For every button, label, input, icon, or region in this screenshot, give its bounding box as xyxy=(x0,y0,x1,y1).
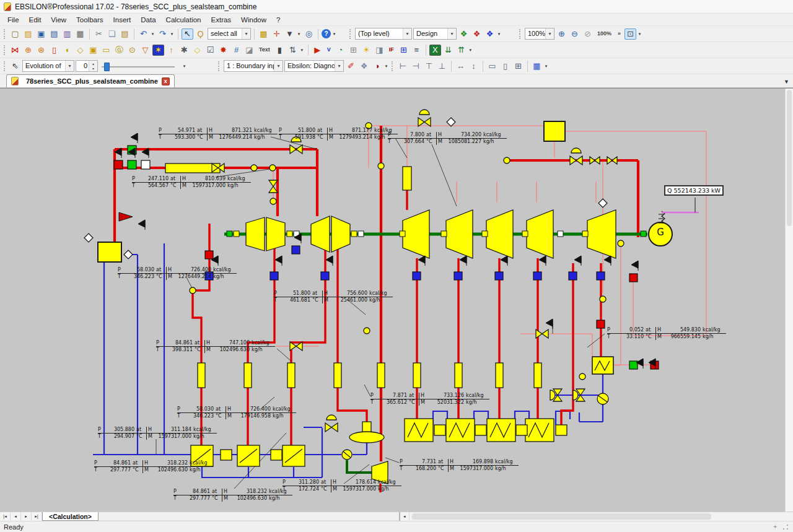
same-width-button[interactable]: ▭ xyxy=(486,61,498,72)
new-macro-button[interactable]: ▩ xyxy=(258,28,269,40)
menu-help[interactable]: ? xyxy=(271,15,285,25)
component-riser-button[interactable]: ↑ xyxy=(165,45,177,56)
align-bottom-button[interactable]: ⊥ xyxy=(436,61,448,72)
open-file-button[interactable]: ▨ xyxy=(22,28,34,40)
profile-save-button[interactable]: ❖ xyxy=(358,61,370,72)
toolbar-overflow-dropdown[interactable]: ▾ xyxy=(331,28,337,40)
model-canvas[interactable]: P54.971at H871.321kcal/kg T593.300°C M12… xyxy=(0,89,785,512)
menu-extras[interactable]: Extras xyxy=(206,15,237,25)
scroll-left-button[interactable]: ◂ xyxy=(400,512,410,521)
zoom-in-button[interactable]: ⊕ xyxy=(556,28,567,40)
copy-button[interactable]: ❏ xyxy=(106,28,118,40)
new-file-button[interactable]: ▢ xyxy=(9,28,21,40)
time-series-button[interactable]: ◔ xyxy=(335,45,346,56)
component-motor-button[interactable]: ⊙ xyxy=(126,45,138,56)
menu-toolbars[interactable]: Toolbars xyxy=(71,15,108,25)
menu-edit[interactable]: Edit xyxy=(24,15,46,25)
variant-button[interactable]: ⊞ xyxy=(348,45,359,56)
evolution-combo[interactable]: Evolution of xyxy=(22,60,74,72)
profile-prof-button[interactable]: ❖ xyxy=(458,28,470,40)
filter-dropdown[interactable]: ▾ xyxy=(296,28,302,40)
component-injector-button[interactable]: ▽ xyxy=(139,45,151,56)
zoom-region-button[interactable]: ⊘ xyxy=(582,28,594,40)
profile-compare-button[interactable]: ◑ xyxy=(371,61,383,72)
paste-button[interactable]: ▤ xyxy=(119,28,131,40)
idea-button[interactable]: ☀ xyxy=(361,45,372,56)
profiles-dropdown[interactable]: ▾ xyxy=(496,28,502,40)
run-simulation-button[interactable]: ▶ xyxy=(312,45,323,56)
component-measurement-button[interactable]: ☑ xyxy=(204,45,216,56)
menu-view[interactable]: View xyxy=(46,15,71,25)
vertical-scrollbar[interactable] xyxy=(785,89,793,512)
validation-button[interactable]: V xyxy=(325,45,333,56)
horizontal-scroll-thumb[interactable] xyxy=(412,513,711,520)
profile-mod-button[interactable]: ❖ xyxy=(471,28,483,40)
calc-profile-combo[interactable]: Ebsilon: Diagnos xyxy=(284,60,344,72)
document-tab[interactable]: 78series_SCC_plus_sealsteam_combine x xyxy=(6,74,175,87)
align-right-button[interactable]: ⊣ xyxy=(410,61,422,72)
save-button[interactable]: ▣ xyxy=(35,28,47,40)
horizontal-scroll-track[interactable] xyxy=(410,512,793,521)
menu-calculation[interactable]: Calculation xyxy=(161,15,206,25)
component-solar-button[interactable]: ✶ xyxy=(152,45,164,56)
start-value-arrow[interactable] xyxy=(119,212,133,221)
boundary-combo[interactable]: 1 : Boundary inp xyxy=(224,60,283,72)
insert-component-button[interactable]: ✛ xyxy=(271,28,283,40)
component-tank-button[interactable]: ▯ xyxy=(48,45,60,56)
distribute-h-button[interactable]: ↔ xyxy=(455,61,467,72)
component-gear-button[interactable]: ✱ xyxy=(178,45,190,56)
top-level-combo[interactable]: (Top level) xyxy=(355,28,412,40)
find-button[interactable]: ◎ xyxy=(303,28,315,40)
calculation-sheet-tab[interactable]: <Calculation> xyxy=(42,512,99,521)
same-size-button[interactable]: ⊞ xyxy=(512,61,524,72)
if-editor-button[interactable]: IF xyxy=(387,45,396,56)
vertical-scroll-thumb[interactable] xyxy=(787,90,792,226)
slider-dropdown[interactable]: ▾ xyxy=(182,61,187,72)
last-page-button[interactable]: ▸| xyxy=(32,512,42,521)
component-valve-button[interactable]: ⋈ xyxy=(9,45,21,56)
evolution-slider[interactable] xyxy=(99,61,181,72)
snapshot-button[interactable]: ◨ xyxy=(374,45,385,56)
grid-button[interactable]: ▦ xyxy=(531,61,543,72)
zoom-dropdown[interactable]: ▾ xyxy=(637,28,642,40)
redo-button[interactable]: ↷ xyxy=(157,28,169,40)
object-tree-button[interactable]: ≡ xyxy=(411,45,423,56)
undo-dropdown[interactable]: ▾ xyxy=(150,28,156,40)
component-pump-button[interactable]: ⊕ xyxy=(22,45,34,56)
save-as-button[interactable]: ▤ xyxy=(48,28,60,40)
prev-page-button[interactable]: ◂ xyxy=(11,512,21,521)
excel-import-button[interactable]: ⇊ xyxy=(442,45,454,56)
component-heater-button[interactable]: ▣ xyxy=(87,45,99,56)
component-burst-button[interactable]: ✸ xyxy=(217,45,229,56)
traffic-light-button[interactable]: ▮ xyxy=(274,45,286,56)
component-pump2-button[interactable]: ⊛ xyxy=(35,45,47,56)
evolution-value-spinner[interactable]: 0 xyxy=(76,60,98,72)
pointer-tool-button[interactable]: ↖ xyxy=(182,28,193,40)
component-valve2-button[interactable]: ◇ xyxy=(74,45,86,56)
save-all-button[interactable]: ▥ xyxy=(61,28,73,40)
grid-dropdown[interactable]: ▾ xyxy=(543,61,549,72)
lasso-select-button[interactable]: Ϙ xyxy=(195,28,206,40)
filter-button[interactable]: ▼ xyxy=(284,28,296,40)
components-dropdown[interactable]: ▾ xyxy=(299,45,305,56)
undo-button[interactable]: ↶ xyxy=(138,28,149,40)
component-pipes-button[interactable]: # xyxy=(230,45,242,56)
component-doc-button[interactable]: ◪ xyxy=(243,45,255,56)
sort-button[interactable]: ⇅ xyxy=(287,45,299,56)
zoom-out-button[interactable]: ⊖ xyxy=(569,28,581,40)
component-generator-button[interactable]: Ⓖ xyxy=(113,45,125,56)
zoom-level-combo[interactable]: 100% xyxy=(525,28,554,40)
tab-list-dropdown[interactable]: ▼ xyxy=(784,79,789,85)
zoom-100-button[interactable]: 100% xyxy=(595,28,614,40)
component-drum-button[interactable]: ▭ xyxy=(100,45,112,56)
menu-data[interactable]: Data xyxy=(136,15,160,25)
align-top-button[interactable]: ⊤ xyxy=(423,61,435,72)
fit-view-button[interactable]: ⊡ xyxy=(624,28,636,40)
profile-app-button[interactable]: ❖ xyxy=(484,28,496,40)
print-button[interactable]: ▦ xyxy=(74,28,86,40)
distribute-v-button[interactable]: ↕ xyxy=(468,61,480,72)
align-left-button[interactable]: ⊢ xyxy=(397,61,409,72)
component-node-button[interactable]: ◇ xyxy=(191,45,203,56)
excel-export-button[interactable]: ⇈ xyxy=(455,45,467,56)
menu-window[interactable]: Window xyxy=(236,15,271,25)
